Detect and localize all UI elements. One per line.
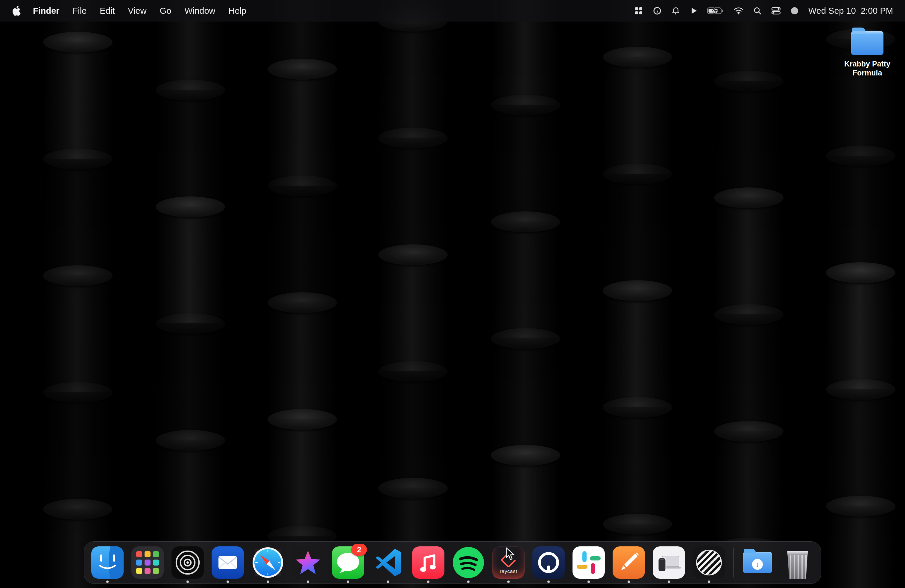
menu-item-help[interactable]: Help [229,6,247,16]
music-icon [412,547,445,579]
raycast-wordmark: raycast [500,569,517,575]
menu-item-window[interactable]: Window [184,6,215,16]
running-indicator [587,580,590,583]
dock-separator [733,548,734,577]
desktop-folder-label: Krabby Patty Formula [842,59,893,77]
running-indicator [547,580,550,583]
menu-item-edit[interactable]: Edit [100,6,114,16]
running-indicator [106,580,109,583]
clock-date: Wed Sep 10 [808,6,856,16]
dock: 2 [84,541,821,584]
dock-item-star-app[interactable] [292,547,324,579]
finder-icon [91,547,124,579]
slack-icon [573,547,605,579]
battery-charging-icon[interactable] [707,7,724,15]
messages-unread-badge: 2 [351,544,367,556]
running-indicator [387,580,389,583]
dock-item-mail[interactable] [211,547,244,579]
desktop-folder-krabby-patty[interactable]: Krabby Patty Formula [834,31,901,77]
spotify-icon [452,547,484,579]
downloads-folder-icon: ↓ [741,547,773,579]
running-indicator [668,580,670,583]
wifi-icon[interactable] [734,7,744,15]
dock-item-spotify[interactable] [452,547,484,579]
status-circle-icon[interactable] [791,6,799,15]
iphone-mirroring-icon [653,547,685,579]
launchpad-icon [132,547,164,579]
dock-item-music[interactable] [412,547,445,579]
1password-icon [532,547,565,579]
dock-item-finder[interactable] [91,547,124,579]
running-indicator [307,580,309,583]
running-indicator [507,580,510,583]
messages-icon: 2 [332,547,364,579]
running-indicator [227,580,229,583]
star-app-icon [292,547,324,579]
spotlight-search-icon[interactable] [753,6,762,15]
menu-item-view[interactable]: View [128,6,146,16]
dock-item-vscode[interactable] [372,547,404,579]
menu-app-name[interactable]: Finder [33,6,60,16]
running-indicator [467,580,470,583]
dock-item-pencil-app[interactable] [613,547,645,579]
clock-time: 2:00 PM [861,6,893,16]
running-indicator [627,580,630,583]
vscode-icon [372,547,404,579]
dock-item-launchpad[interactable] [132,547,164,579]
dock-item-slack[interactable] [573,547,605,579]
bell-icon[interactable] [671,6,680,15]
dock-item-1password[interactable] [532,547,565,579]
play-icon[interactable] [690,7,698,15]
running-indicator [186,580,189,583]
trash-icon [781,547,814,579]
dock-item-iphone-mirroring[interactable] [653,547,685,579]
menu-bar: Finder File Edit View Go Window Help [0,0,905,22]
safari-icon [252,547,284,579]
dock-item-striped-disc-app[interactable] [693,547,725,579]
ring-icon[interactable] [653,6,662,15]
dock-item-downloads[interactable]: ↓ [741,547,773,579]
mouse-cursor [505,547,517,561]
download-arrow-icon: ↓ [752,559,763,570]
control-center-icon[interactable] [771,7,781,15]
menu-clock[interactable]: Wed Sep 10 2:00 PM [808,6,893,16]
dock-item-trash[interactable] [781,547,814,579]
folder-icon [851,31,883,55]
dock-item-concentric-circles-app[interactable] [171,547,204,579]
dock-item-safari[interactable] [252,547,284,579]
apple-menu-icon[interactable] [12,6,21,16]
menu-item-go[interactable]: Go [160,6,171,16]
mail-icon [211,547,244,579]
apps-grid-icon[interactable] [634,6,643,15]
running-indicator [427,580,429,583]
running-indicator [347,580,349,583]
running-indicator [708,580,710,583]
dock-item-messages[interactable]: 2 [332,547,364,579]
concentric-circles-icon [171,547,204,579]
running-indicator [267,580,269,583]
menu-item-file[interactable]: File [73,6,87,16]
desktop-wallpaper [0,0,905,588]
striped-disc-icon [693,547,725,579]
pencil-app-icon [613,547,645,579]
